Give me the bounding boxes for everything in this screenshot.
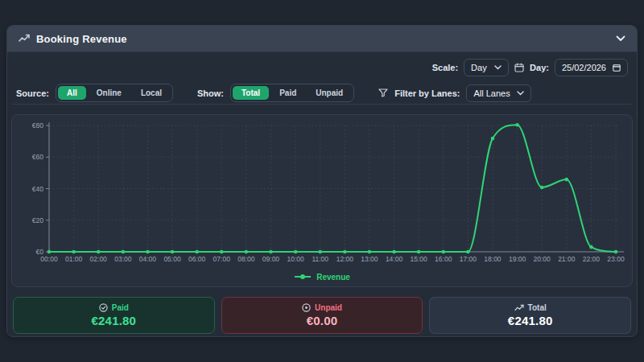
svg-text:06:00: 06:00 bbox=[188, 255, 206, 263]
svg-text:16:00: 16:00 bbox=[435, 255, 452, 263]
trend-up-icon bbox=[19, 34, 30, 43]
lanes-select-value: All Lanes bbox=[473, 88, 510, 98]
svg-text:20:00: 20:00 bbox=[534, 255, 551, 263]
legend-revenue-label: Revenue bbox=[316, 273, 350, 282]
panel-title: Booking Revenue bbox=[36, 33, 127, 45]
scale-label: Scale: bbox=[432, 63, 458, 72]
unpaid-card-value: €0.00 bbox=[307, 314, 338, 327]
trend-up-icon bbox=[514, 304, 524, 312]
svg-text:€60: €60 bbox=[32, 153, 43, 161]
divider bbox=[12, 104, 632, 105]
dot-circle-icon bbox=[302, 303, 311, 312]
chart-legend[interactable]: Revenue bbox=[12, 267, 632, 286]
scale-select[interactable]: Day bbox=[464, 59, 509, 76]
paid-summary-card: Paid €241.80 bbox=[13, 297, 215, 334]
svg-text:03:00: 03:00 bbox=[114, 255, 132, 263]
page-background: Booking Revenue Scale: Day bbox=[0, 0, 644, 362]
source-online-button[interactable]: Online bbox=[88, 86, 130, 100]
svg-text:21:00: 21:00 bbox=[558, 255, 576, 263]
show-button-group: TotalPaidUnpaid bbox=[230, 84, 354, 102]
source-label: Source: bbox=[16, 88, 49, 98]
paid-card-value: €241.80 bbox=[92, 314, 137, 327]
source-all-button[interactable]: All bbox=[58, 86, 86, 100]
check-circle-icon bbox=[99, 303, 108, 312]
unpaid-card-label: Unpaid bbox=[315, 303, 342, 312]
filter-row: Source: AllOnlineLocal Show: TotalPaidUn… bbox=[11, 82, 633, 104]
total-summary-card: Total €241.80 bbox=[429, 297, 631, 334]
day-label: Day: bbox=[530, 63, 549, 72]
svg-text:08:00: 08:00 bbox=[237, 255, 255, 263]
svg-text:07:00: 07:00 bbox=[213, 255, 231, 263]
svg-text:14:00: 14:00 bbox=[386, 255, 403, 263]
source-local-button[interactable]: Local bbox=[132, 86, 171, 100]
chevron-down-icon bbox=[494, 65, 502, 70]
svg-text:19:00: 19:00 bbox=[509, 255, 526, 263]
unpaid-summary-card: Unpaid €0.00 bbox=[221, 297, 423, 334]
funnel-icon bbox=[378, 88, 388, 97]
scale-controls-row: Scale: Day Day: 25/02/2026 bbox=[11, 52, 633, 82]
legend-marker-icon bbox=[294, 273, 312, 281]
total-card-value: €241.80 bbox=[508, 314, 553, 327]
booking-revenue-panel: Booking Revenue Scale: Day bbox=[6, 25, 638, 337]
svg-text:00:00: 00:00 bbox=[40, 255, 58, 263]
date-picker-calendar-icon[interactable] bbox=[613, 64, 621, 72]
lanes-label: Filter by Lanes: bbox=[394, 88, 460, 98]
day-date-input[interactable]: 25/02/2026 bbox=[555, 59, 628, 76]
svg-text:05:00: 05:00 bbox=[163, 255, 181, 263]
svg-text:04:00: 04:00 bbox=[139, 255, 157, 263]
svg-text:09:00: 09:00 bbox=[262, 255, 280, 263]
svg-text:12:00: 12:00 bbox=[336, 255, 354, 263]
svg-text:11:00: 11:00 bbox=[312, 255, 328, 263]
paid-card-label: Paid bbox=[112, 303, 129, 312]
svg-text:17:00: 17:00 bbox=[460, 255, 477, 263]
svg-text:€40: €40 bbox=[32, 185, 43, 193]
summary-cards-row: Paid €241.80 Unpaid €0.00 bbox=[11, 297, 633, 334]
collapse-chevron-icon[interactable] bbox=[616, 35, 625, 42]
svg-text:01:00: 01:00 bbox=[65, 255, 83, 263]
panel-header[interactable]: Booking Revenue bbox=[7, 26, 637, 52]
show-unpaid-button[interactable]: Unpaid bbox=[307, 86, 352, 100]
day-date-value: 25/02/2026 bbox=[562, 63, 606, 72]
show-label: Show: bbox=[197, 88, 224, 98]
show-paid-button[interactable]: Paid bbox=[270, 86, 305, 100]
revenue-line-chart[interactable]: €0€20€40€60€8000:0001:0002:0003:0004:000… bbox=[12, 115, 633, 267]
svg-text:13:00: 13:00 bbox=[361, 255, 378, 263]
chevron-down-icon bbox=[517, 91, 524, 96]
calendar-icon bbox=[514, 63, 524, 72]
svg-text:10:00: 10:00 bbox=[287, 255, 304, 263]
svg-text:02:00: 02:00 bbox=[90, 255, 108, 263]
total-card-label: Total bbox=[528, 303, 547, 312]
panel-body: Scale: Day Day: 25/02/2026 bbox=[7, 52, 637, 337]
scale-select-value: Day bbox=[471, 63, 487, 72]
svg-text:18:00: 18:00 bbox=[484, 255, 502, 263]
source-button-group: AllOnlineLocal bbox=[56, 84, 173, 102]
revenue-chart-panel: €0€20€40€60€8000:0001:0002:0003:0004:000… bbox=[11, 114, 633, 287]
svg-text:15:00: 15:00 bbox=[410, 255, 427, 263]
svg-text:23:00: 23:00 bbox=[607, 255, 625, 263]
show-total-button[interactable]: Total bbox=[233, 86, 269, 100]
svg-text:€80: €80 bbox=[32, 121, 43, 130]
svg-text:22:00: 22:00 bbox=[583, 255, 601, 263]
svg-text:€20: €20 bbox=[32, 216, 43, 224]
lanes-select[interactable]: All Lanes bbox=[466, 84, 530, 102]
